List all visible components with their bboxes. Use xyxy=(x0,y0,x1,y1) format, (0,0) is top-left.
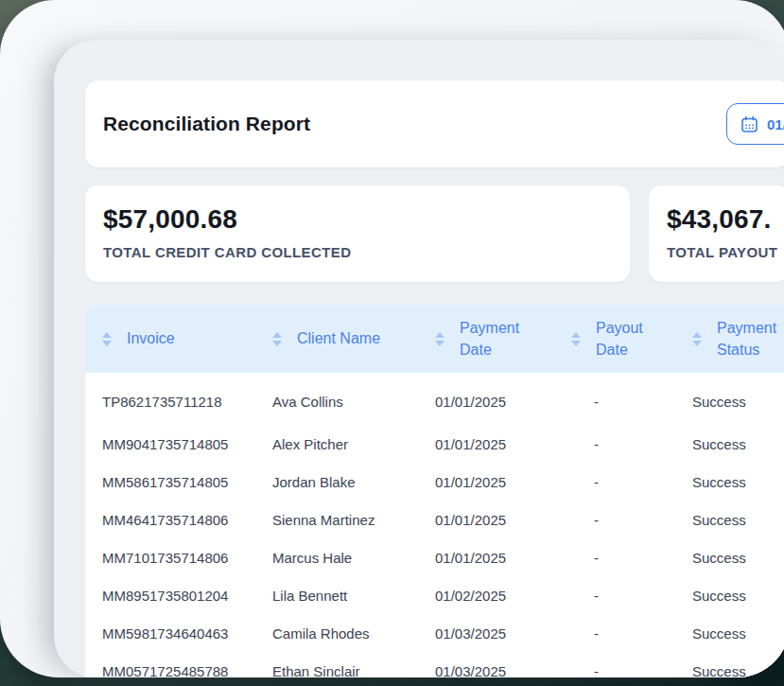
invoice-cell: MM8951735801204 xyxy=(85,588,255,604)
total-payout-amount: $43,067. xyxy=(667,204,784,235)
payment-date-cell: 01/01/2025 xyxy=(418,550,554,566)
payment-status-cell: Success xyxy=(675,474,784,490)
page-title: Reconciliation Report xyxy=(103,113,310,135)
table-row: MM5861735714805 Jordan Blake 01/01/2025 … xyxy=(85,463,784,501)
payout-date-cell: - xyxy=(554,436,675,452)
payment-status-cell: Success xyxy=(675,663,784,678)
payment-date-cell: 01/02/2025 xyxy=(418,588,554,604)
invoice-cell: TP8621735711218 xyxy=(85,394,255,410)
invoice-cell: MM9041735714805 xyxy=(85,436,255,452)
table-header-row: Invoice Client Name Payment Date Payout … xyxy=(85,305,784,373)
summary-row: $57,000.68 TOTAL CREDIT CARD COLLECTED $… xyxy=(85,185,784,282)
credit-card-collected-amount: $57,000.68 xyxy=(103,204,630,235)
sort-asc-icon xyxy=(272,332,282,338)
sort-icon xyxy=(692,332,702,346)
sort-desc-icon xyxy=(692,341,702,346)
sort-desc-icon xyxy=(272,341,282,346)
payment-status-cell: Success xyxy=(675,625,784,642)
sort-desc-icon xyxy=(435,341,444,346)
invoice-cell: MM0571725485788 xyxy=(85,663,255,678)
payment-date-cell: 01/03/2025 xyxy=(418,625,554,642)
invoice-cell: MM7101735714806 xyxy=(85,550,255,566)
summary-card-credit-card-collected: $57,000.68 TOTAL CREDIT CARD COLLECTED xyxy=(85,185,630,282)
column-header-label: Client Name xyxy=(297,327,380,349)
invoice-cell: MM5981734640463 xyxy=(85,625,255,642)
payment-date-cell: 01/01/2025 xyxy=(418,512,554,528)
summary-card-total-payout: $43,067. TOTAL PAYOUT xyxy=(649,185,784,282)
invoice-cell: MM5861735714805 xyxy=(85,474,255,490)
sort-icon xyxy=(272,332,282,346)
client-name-cell: Ethan Sinclair xyxy=(255,663,418,678)
date-range-button[interactable]: 01/0 xyxy=(726,103,784,145)
sort-icon xyxy=(571,332,581,346)
payment-date-cell: 01/03/2025 xyxy=(418,663,554,678)
sort-asc-icon xyxy=(571,332,581,338)
invoice-cell: MM4641735714806 xyxy=(85,512,255,528)
column-header-client-name[interactable]: Client Name xyxy=(255,327,418,349)
table-row: MM9041735714805 Alex Pitcher 01/01/2025 … xyxy=(85,425,784,463)
table-row: MM4641735714806 Sienna Martinez 01/01/20… xyxy=(85,501,784,538)
table-row: TP8621735711218 Ava Collins 01/01/2025 -… xyxy=(85,378,784,425)
sort-icon xyxy=(435,332,444,346)
client-name-cell: Marcus Hale xyxy=(255,550,418,566)
payment-date-cell: 01/01/2025 xyxy=(418,436,554,452)
report-panel: Reconciliation Report 01/0 $57,000.68 TO… xyxy=(54,40,784,677)
table-row: MM8951735801204 Lila Bennett 01/02/2025 … xyxy=(85,576,784,614)
column-header-payment-date[interactable]: Payment Date xyxy=(418,317,554,361)
table-body: TP8621735711218 Ava Collins 01/01/2025 -… xyxy=(85,373,784,677)
payment-date-cell: 01/01/2025 xyxy=(418,394,554,410)
client-name-cell: Lila Bennett xyxy=(255,588,418,604)
sort-desc-icon xyxy=(571,341,581,346)
table-row: MM7101735714806 Marcus Hale 01/01/2025 -… xyxy=(85,538,784,576)
payout-date-cell: - xyxy=(554,550,675,566)
payment-status-cell: Success xyxy=(675,436,784,452)
column-header-label: Payment Date xyxy=(460,317,528,361)
client-name-cell: Jordan Blake xyxy=(255,474,418,490)
column-header-label: Payout Date xyxy=(596,317,651,361)
payout-date-cell: - xyxy=(554,588,675,604)
column-header-payout-date[interactable]: Payout Date xyxy=(554,317,675,361)
client-name-cell: Alex Pitcher xyxy=(255,436,418,452)
sort-icon xyxy=(102,332,112,346)
credit-card-collected-label: TOTAL CREDIT CARD COLLECTED xyxy=(103,244,630,260)
sort-asc-icon xyxy=(102,332,112,338)
calendar-icon xyxy=(740,115,758,133)
payout-date-cell: - xyxy=(554,512,675,528)
client-name-cell: Ava Collins xyxy=(255,394,418,410)
payout-date-cell: - xyxy=(554,394,675,410)
report-header-card: Reconciliation Report 01/0 xyxy=(85,80,784,167)
payout-date-cell: - xyxy=(554,474,675,490)
table-row: MM5981734640463 Camila Rhodes 01/03/2025… xyxy=(85,614,784,652)
sort-asc-icon xyxy=(435,332,444,338)
payment-status-cell: Success xyxy=(675,588,784,604)
payout-date-cell: - xyxy=(554,625,675,642)
total-payout-label: TOTAL PAYOUT xyxy=(667,244,784,260)
sort-asc-icon xyxy=(692,332,702,338)
column-header-label: Invoice xyxy=(127,327,175,349)
date-range-label: 01/0 xyxy=(767,116,784,132)
table-row: MM0571725485788 Ethan Sinclair 01/03/202… xyxy=(85,652,784,677)
column-header-payment-status[interactable]: Payment Status xyxy=(675,317,784,361)
column-header-invoice[interactable]: Invoice xyxy=(85,327,255,349)
payment-date-cell: 01/01/2025 xyxy=(418,474,554,490)
payout-date-cell: - xyxy=(554,663,675,678)
payment-status-cell: Success xyxy=(675,394,784,410)
payment-status-cell: Success xyxy=(675,512,784,528)
sort-desc-icon xyxy=(102,341,112,346)
payment-status-cell: Success xyxy=(675,550,784,566)
reconciliation-table: Invoice Client Name Payment Date Payout … xyxy=(85,305,784,677)
client-name-cell: Sienna Martinez xyxy=(255,512,418,528)
column-header-label: Payment Status xyxy=(717,317,784,361)
client-name-cell: Camila Rhodes xyxy=(255,625,418,642)
